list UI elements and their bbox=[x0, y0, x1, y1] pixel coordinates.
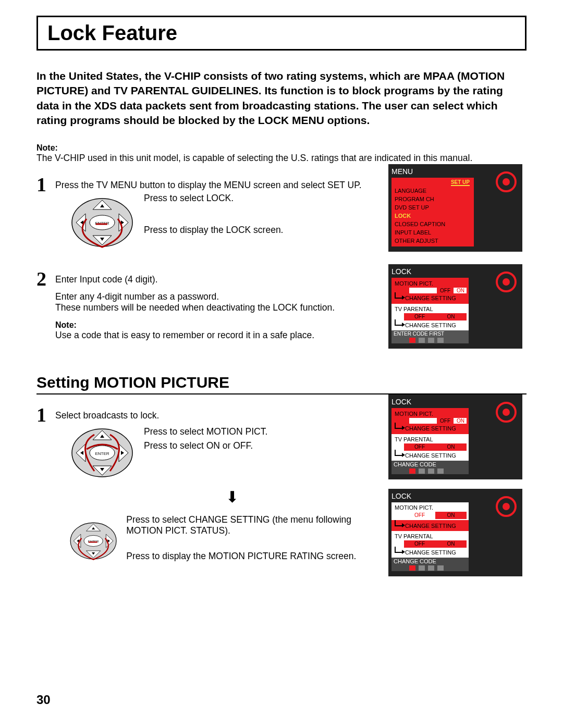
label: CHANGE CODE bbox=[394, 461, 436, 467]
tv-lock-screen-2: LOCK MOTION PICT. OFFON CHANGE SETTING T… bbox=[388, 394, 522, 479]
page-number: 30 bbox=[36, 693, 51, 707]
step-text: Press the TV MENU button to display the … bbox=[55, 180, 378, 191]
step2-sub1: Enter any 4-digit number as a password. bbox=[55, 291, 378, 302]
ring-pad-icon bbox=[495, 170, 518, 194]
remote-control-icon: ENTER bbox=[66, 194, 139, 251]
svg-point-38 bbox=[503, 409, 510, 416]
label: CHANGE CODE bbox=[394, 558, 436, 564]
step-text: Enter Input code (4 digit). bbox=[55, 274, 378, 285]
ring-pad-icon bbox=[495, 401, 518, 424]
on-pill: ON bbox=[435, 540, 467, 548]
row: CHANGE SETTING bbox=[405, 523, 456, 529]
on-pill: ON bbox=[435, 512, 467, 519]
row: CHANGE SETTING bbox=[405, 452, 456, 459]
label: ENTER CODE FIRST bbox=[394, 331, 444, 337]
svg-text:ENTER: ENTER bbox=[95, 451, 109, 456]
off-pill: OFF bbox=[437, 288, 454, 293]
step-number: 1 bbox=[36, 406, 55, 424]
row: MOTION PICT. bbox=[394, 279, 467, 288]
bent-arrow-icon bbox=[395, 547, 403, 553]
step-1: 1 Press the TV MENU button to display th… bbox=[36, 176, 378, 254]
bent-arrow-icon bbox=[395, 292, 403, 299]
note-1: Note: The V-CHIP used in this unit model… bbox=[36, 143, 527, 164]
tab-setup: SET UP bbox=[451, 179, 470, 186]
row: CHANGE SETTING bbox=[405, 322, 456, 328]
remote-control-icon: ENTER bbox=[66, 512, 121, 570]
bent-arrow-icon bbox=[395, 450, 403, 456]
row: CHANGE SETTING bbox=[405, 295, 456, 301]
page-title-box: Lock Feature bbox=[36, 16, 527, 51]
bent-arrow-icon bbox=[395, 423, 403, 429]
off-pill: OFF bbox=[404, 313, 435, 320]
down-arrow-icon: ⬇ bbox=[87, 488, 378, 506]
instr: Press to select MOTION PICT. bbox=[144, 426, 267, 437]
page-title: Lock Feature bbox=[47, 21, 516, 45]
menu-item: PROGRAM CH bbox=[394, 195, 472, 203]
on-label: ON bbox=[457, 288, 464, 293]
tv-menu-screen: MENU SET UP LANGUAGE PROGRAM CH DVD SET … bbox=[388, 164, 522, 252]
enter-code-row: ENTER CODE FIRST bbox=[391, 330, 469, 343]
step-2: 2 Enter Input code (4 digit). Enter any … bbox=[36, 270, 378, 341]
row: CHANGE SETTING bbox=[405, 549, 456, 556]
section-setting-motion-picture: Setting MOTION PICTURE bbox=[36, 374, 527, 394]
instr: Press to display the MOTION PICTURE RATI… bbox=[126, 551, 378, 562]
on-label: ON bbox=[457, 418, 464, 424]
step-number: 1 bbox=[36, 176, 55, 193]
row: MOTION PICT. bbox=[394, 410, 467, 418]
row: TV PARENTAL bbox=[394, 305, 467, 313]
step1-sub1: Press to select LOCK. bbox=[144, 193, 283, 204]
step2-sub2: These numbers will be needed when deacti… bbox=[55, 302, 378, 313]
step1-sub2: Press to display the LOCK screen. bbox=[144, 225, 283, 236]
menu-item-lock: LOCK bbox=[394, 212, 472, 220]
off-pill: OFF bbox=[404, 443, 435, 451]
off-pill: OFF bbox=[404, 540, 435, 548]
on-pill: ON bbox=[435, 313, 467, 320]
s2-step-1: 1 Select broadcasts to lock. bbox=[36, 406, 378, 573]
note-text: Use a code that is easy to remember or r… bbox=[55, 330, 378, 341]
menu-item: LANGUAGE bbox=[394, 187, 472, 195]
menu-item: INPUT LABEL bbox=[394, 228, 472, 237]
on-pill: ON bbox=[435, 443, 467, 451]
menu-item: OTHER ADJUST bbox=[394, 237, 472, 245]
step-text: Select broadcasts to lock. bbox=[55, 410, 378, 421]
step-number: 2 bbox=[36, 270, 55, 288]
svg-point-14 bbox=[503, 278, 510, 286]
change-code-row: CHANGE CODE bbox=[391, 558, 469, 571]
row: MOTION PICT. bbox=[394, 503, 467, 512]
instr: Press to select ON or OFF. bbox=[144, 440, 267, 451]
row: TV PARENTAL bbox=[394, 532, 467, 540]
row: CHANGE SETTING bbox=[405, 425, 456, 431]
note-label: Note: bbox=[55, 320, 378, 330]
menu-item: CLOSED CAPTION bbox=[394, 220, 472, 228]
note-label: Note: bbox=[36, 143, 527, 153]
svg-point-12 bbox=[503, 178, 510, 186]
off-pill: OFF bbox=[404, 512, 435, 519]
svg-point-40 bbox=[503, 503, 510, 510]
bent-arrow-icon bbox=[395, 319, 403, 326]
tv-lock-screen-3: LOCK MOTION PICT. OFFON CHANGE SETTING T… bbox=[388, 489, 522, 576]
bent-arrow-icon bbox=[395, 520, 403, 526]
remote-control-icon: ENTER bbox=[66, 424, 139, 482]
off-pill: OFF bbox=[437, 418, 454, 424]
intro-paragraph: In the United States, the V-CHIP consist… bbox=[36, 69, 527, 128]
instr: Press to select CHANGE SETTING (the menu… bbox=[126, 514, 378, 536]
ring-pad-icon bbox=[495, 270, 518, 294]
change-code-row: CHANGE CODE bbox=[391, 461, 469, 474]
tv-lock-screen-1: LOCK MOTION PICT. OFFON CHANGE SETTING T… bbox=[388, 264, 522, 349]
menu-item: DVD SET UP bbox=[394, 203, 472, 212]
section-title: Setting MOTION PICTURE bbox=[36, 374, 527, 391]
row: TV PARENTAL bbox=[394, 435, 467, 443]
ring-pad-icon bbox=[495, 495, 518, 519]
note-text: The V-CHIP used in this unit model, is c… bbox=[36, 153, 527, 164]
